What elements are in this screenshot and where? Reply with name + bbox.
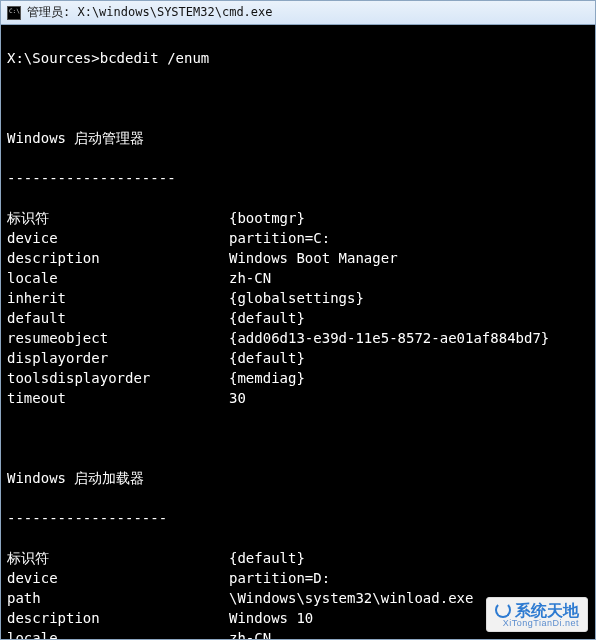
kv-key: device: [7, 228, 229, 248]
kv-row: displayorder{default}: [7, 348, 589, 368]
kv-row: devicepartition=D:: [7, 568, 589, 588]
kv-key: toolsdisplayorder: [7, 368, 229, 388]
kv-key: description: [7, 248, 229, 268]
kv-value: {bootmgr}: [229, 208, 305, 228]
kv-row: 标识符{bootmgr}: [7, 208, 589, 228]
section-header: Windows 启动加载器: [7, 468, 589, 488]
kv-value: {memdiag}: [229, 368, 305, 388]
title-bar[interactable]: 管理员: X:\windows\SYSTEM32\cmd.exe: [1, 1, 595, 25]
window-title: 管理员: X:\windows\SYSTEM32\cmd.exe: [27, 4, 273, 21]
kv-key: resumeobject: [7, 328, 229, 348]
kv-key: default: [7, 308, 229, 328]
kv-key: description: [7, 608, 229, 628]
kv-key: timeout: [7, 388, 229, 408]
kv-value: zh-CN: [229, 268, 271, 288]
kv-key: 标识符: [7, 208, 229, 228]
cmd-icon: [7, 6, 21, 20]
divider: -------------------: [7, 508, 589, 528]
kv-row: resumeobject{add06d13-e39d-11e5-8572-ae0…: [7, 328, 589, 348]
kv-value: zh-CN: [229, 628, 271, 639]
kv-key: locale: [7, 268, 229, 288]
kv-row: devicepartition=C:: [7, 228, 589, 248]
kv-value: {default}: [229, 548, 305, 568]
swirl-icon: [495, 602, 511, 618]
kv-value: partition=D:: [229, 568, 330, 588]
section-header: Windows 启动管理器: [7, 128, 589, 148]
console-output[interactable]: X:\Sources>bcdedit /enum Windows 启动管理器 -…: [1, 25, 595, 639]
kv-value: Windows Boot Manager: [229, 248, 398, 268]
brand-name: 系统天地: [515, 602, 579, 619]
command-text: bcdedit /enum: [100, 48, 210, 68]
cmd-window: 管理员: X:\windows\SYSTEM32\cmd.exe X:\Sour…: [0, 0, 596, 640]
kv-row: 标识符{default}: [7, 548, 589, 568]
kv-key: displayorder: [7, 348, 229, 368]
kv-row: localezh-CN: [7, 268, 589, 288]
kv-key: 标识符: [7, 548, 229, 568]
watermark-badge: 系统天地 XiTongTianDi.net: [486, 597, 588, 632]
kv-value: {globalsettings}: [229, 288, 364, 308]
kv-value: {default}: [229, 308, 305, 328]
kv-key: path: [7, 588, 229, 608]
kv-value: \Windows\system32\winload.exe: [229, 588, 473, 608]
kv-key: locale: [7, 628, 229, 639]
kv-value: Windows 10: [229, 608, 313, 628]
kv-row: inherit{globalsettings}: [7, 288, 589, 308]
kv-row: toolsdisplayorder{memdiag}: [7, 368, 589, 388]
kv-row: descriptionWindows Boot Manager: [7, 248, 589, 268]
prompt: X:\Sources>: [7, 48, 100, 68]
brand-url: XiTongTianDi.net: [495, 619, 579, 629]
kv-value: 30: [229, 388, 246, 408]
kv-value: partition=C:: [229, 228, 330, 248]
kv-row: timeout30: [7, 388, 589, 408]
kv-key: device: [7, 568, 229, 588]
kv-value: {add06d13-e39d-11e5-8572-ae01af884bd7}: [229, 328, 549, 348]
kv-row: default{default}: [7, 308, 589, 328]
kv-key: inherit: [7, 288, 229, 308]
divider: --------------------: [7, 168, 589, 188]
kv-value: {default}: [229, 348, 305, 368]
